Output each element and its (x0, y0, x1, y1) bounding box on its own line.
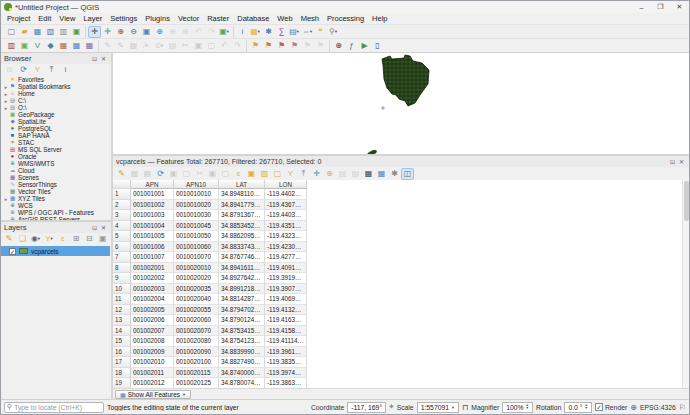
attr-delete-selected-icon[interactable]: ▢ (180, 168, 193, 180)
browser-item-home[interactable]: ▸⌂Home (3, 90, 111, 97)
cell-apn10[interactable]: 0010010045 (174, 221, 219, 232)
row-number[interactable]: 17 (113, 357, 131, 368)
cell-lat[interactable]: 34.88399904000 (219, 347, 265, 358)
row-number[interactable]: 1 (113, 189, 131, 200)
column-header-apn10[interactable]: APN10 (174, 180, 219, 189)
browser-item-c[interactable]: ▸▤C:\ (3, 97, 111, 104)
cell-lat[interactable]: 34.89417799000 (219, 200, 265, 211)
locator-search-icon[interactable]: ⚲▼ (327, 26, 340, 38)
cell-apn10[interactable]: 0010020115 (174, 368, 219, 379)
measure-line-icon[interactable]: ⇔▼ (301, 26, 314, 38)
move-label-icon[interactable]: ⚑ (301, 40, 314, 52)
render-toggle[interactable]: ✓ Render (595, 403, 627, 411)
cell-apn[interactable]: 001002010 (131, 357, 174, 368)
layer-diagram-icon[interactable]: ⚑ (262, 40, 275, 52)
copy-features-icon[interactable]: ▣ (192, 40, 205, 52)
select-all-icon[interactable]: ▣ (245, 168, 258, 180)
attr-reload-icon[interactable]: ⟳ (154, 168, 167, 180)
cell-lon[interactable]: -119.40696707 (265, 294, 307, 305)
attribute-vertical-scrollbar[interactable] (682, 180, 689, 388)
filter-by-expression-icon[interactable]: ε (57, 233, 69, 245)
zoom-to-selection-icon[interactable]: ⊕ (323, 168, 336, 180)
browser-item-spatialite[interactable]: ◆SpatiaLite (3, 118, 111, 125)
table-row[interactable]: 16001002009001002009034.88399904000-119.… (113, 347, 307, 358)
layers-float-icon[interactable]: ⊡ (90, 224, 99, 231)
show-layout-manager-icon[interactable]: ▣ (70, 26, 83, 38)
cell-lat[interactable]: 34.89912182000 (219, 284, 265, 295)
cell-apn[interactable]: 001002009 (131, 347, 174, 358)
cell-apn10[interactable]: 0010010010 (174, 189, 219, 200)
scale-combobox[interactable]: 1:557091▼ (417, 402, 459, 413)
pan-map-icon[interactable]: ✛ (88, 26, 101, 38)
table-row[interactable]: 4001001004001001004534.88534528000-119.4… (113, 221, 307, 232)
cell-apn[interactable]: 001001005 (131, 231, 174, 242)
cell-lat[interactable]: 34.87400005000 (219, 368, 265, 379)
digitize-with-segment-icon[interactable]: ∕▼ (140, 40, 153, 52)
attr-float-icon[interactable]: ⊡ (668, 158, 677, 165)
metasearch-icon[interactable]: ⊕ (332, 40, 345, 52)
cell-apn[interactable]: 001002005 (131, 305, 174, 316)
cell-apn10[interactable]: 0010020035 (174, 284, 219, 295)
redo-icon[interactable]: ↷ (231, 40, 244, 52)
cell-lon[interactable]: -119.42773538 (265, 252, 307, 263)
cell-apn[interactable]: 001001002 (131, 200, 174, 211)
row-number[interactable]: 15 (113, 336, 131, 347)
attr-paste-icon[interactable]: ▢ (219, 168, 232, 180)
row-number[interactable]: 8 (113, 263, 131, 274)
browser-close-icon[interactable]: ✕ (99, 55, 108, 62)
cell-apn[interactable]: 001001003 (131, 210, 174, 221)
cell-lon[interactable]: -119.39194213 (265, 273, 307, 284)
browser-item-postgresql[interactable]: ●PostgreSQL (3, 125, 111, 132)
cell-apn[interactable]: 001002007 (131, 326, 174, 337)
undo-icon[interactable]: ↶ (218, 40, 231, 52)
save-project-as-icon[interactable]: ▧ (44, 26, 57, 38)
save-layer-edits-icon[interactable]: ▦ (127, 40, 140, 52)
pan-to-selection-icon[interactable]: ✛ (310, 168, 323, 180)
cell-lon[interactable]: -119.44039539 (265, 210, 307, 221)
zoom-to-layer-icon[interactable]: ⊕ (179, 26, 192, 38)
browser-item-oracle[interactable]: ●Oracle (3, 153, 111, 160)
cell-lon[interactable]: -119.39612856 (265, 347, 307, 358)
menu-processing[interactable]: Processing (323, 13, 368, 24)
cell-lat[interactable]: 34.88620958000 (219, 231, 265, 242)
browser-collapse-all-icon[interactable]: ⤒ (45, 64, 58, 76)
invert-selection-icon[interactable]: ▨ (258, 168, 271, 180)
table-row[interactable]: 15001002008001002008034.87541236000-119.… (113, 336, 307, 347)
select-features-icon[interactable]: ▦▼ (249, 26, 262, 38)
pan-map-to-selection-icon[interactable]: ✛ (101, 26, 114, 38)
select-by-expression-icon[interactable]: ε (232, 168, 245, 180)
cell-apn10[interactable]: 0010020055 (174, 305, 219, 316)
zoom-in-icon[interactable]: ⊕ (114, 26, 127, 38)
collapse-all-icon[interactable]: ⊟ (83, 233, 95, 245)
extents-toggle-icon[interactable]: ⌖ (389, 402, 394, 412)
move-selection-to-top-icon[interactable]: ⤒ (297, 168, 310, 180)
cell-lon[interactable]: -119.38350266 (265, 357, 307, 368)
new-geopackage-layer-icon[interactable]: ▣ (18, 40, 31, 52)
new-print-layout-icon[interactable]: ▥ (57, 26, 70, 38)
current-edits-icon[interactable]: ✎ (101, 40, 114, 52)
cell-lat[interactable]: 34.87947029000 (219, 305, 265, 316)
attr-add-feature-icon[interactable]: ▣ (167, 168, 180, 180)
cell-lat[interactable]: 34.89276420000 (219, 273, 265, 284)
menu-plugins[interactable]: Plugins (141, 13, 174, 24)
menu-view[interactable]: View (55, 13, 79, 24)
cell-apn[interactable]: 001001007 (131, 252, 174, 263)
browser-item-arcgis-rest-servers[interactable]: ⊕ArcGIS REST Servers (3, 216, 111, 220)
zoom-native-icon[interactable]: ▣ (140, 26, 153, 38)
cell-lat[interactable]: 34.87800749000 (219, 378, 265, 388)
table-actions-icon[interactable]: ✱ (388, 168, 401, 180)
close-button[interactable]: ✕ (670, 1, 689, 13)
coordinate-value[interactable]: -117, 169° (347, 402, 386, 413)
cell-lon[interactable]: -119.44023637 (265, 189, 307, 200)
new-shapefile-layer-icon[interactable]: V (31, 40, 44, 52)
delete-field-icon[interactable]: ▤ (349, 168, 362, 180)
new-map-view-icon[interactable]: ▣▼ (218, 26, 231, 38)
zoom-out-icon[interactable]: ⊖ (127, 26, 140, 38)
toggle-editing-icon[interactable]: ✎ (114, 40, 127, 52)
table-row[interactable]: 1001001001001001001034.89481106000-119.4… (113, 189, 307, 200)
menu-edit[interactable]: Edit (34, 13, 55, 24)
layer-labeling-icon[interactable]: ⚑ (249, 40, 262, 52)
cell-apn[interactable]: 001002001 (131, 263, 174, 274)
layer-item-vcparcels[interactable]: ✓ vcparcels (1, 246, 110, 256)
menu-layer[interactable]: Layer (79, 13, 106, 24)
